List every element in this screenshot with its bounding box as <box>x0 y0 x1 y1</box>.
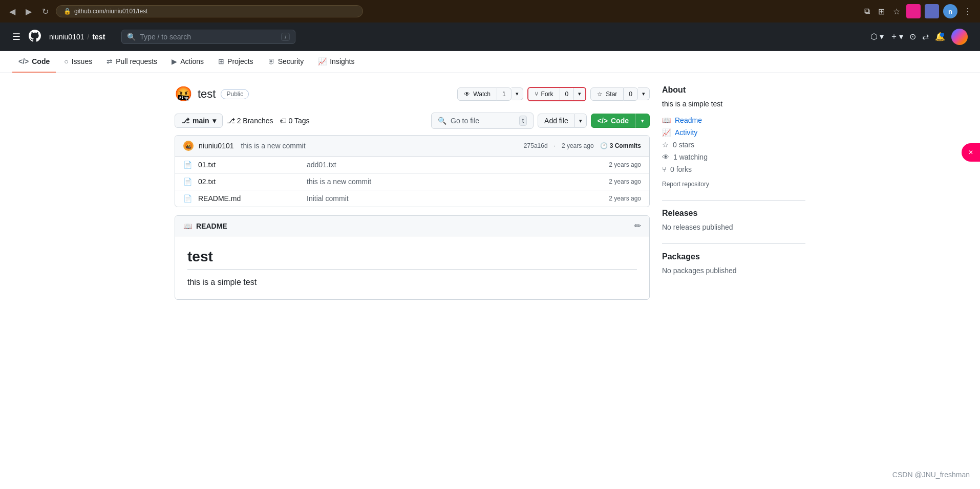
forward-button[interactable]: ▶ <box>23 5 35 18</box>
file-name-link[interactable]: README.md <box>198 194 241 203</box>
refresh-button[interactable]: ↻ <box>39 5 52 18</box>
watch-dropdown-button[interactable]: ▾ <box>512 87 523 100</box>
branch-chevron-icon: ▾ <box>212 117 216 125</box>
add-file-dropdown-button[interactable]: ▾ <box>575 114 587 128</box>
browser-menu-icon[interactable]: ⋮ <box>962 5 974 18</box>
extension-icon-2[interactable] <box>925 4 939 18</box>
file-commit-msg: Initial commit <box>307 194 603 203</box>
breadcrumb-user[interactable]: niuniu0101 <box>49 33 84 41</box>
global-search[interactable]: 🔍 Type / to search / <box>121 30 295 44</box>
github-header: ☰ niuniu0101 / test 🔍 Type / to search /… <box>0 23 980 51</box>
back-button[interactable]: ◀ <box>6 5 18 18</box>
breadcrumb: niuniu0101 / test <box>49 33 105 41</box>
readme-title-text: README <box>196 222 227 230</box>
file-table: 🤬 niuniu0101 this is a new commit 275a16… <box>175 135 650 207</box>
issues-button[interactable]: ⊙ <box>909 32 916 41</box>
branches-link[interactable]: 2 Branches <box>237 117 273 125</box>
pull-request-icon: ⇄ <box>106 57 113 65</box>
code-dropdown-button[interactable]: ▾ <box>635 114 650 128</box>
address-bar[interactable]: 🔒 github.com/niuniu0101/test <box>56 5 363 17</box>
file-name: README.md <box>198 194 301 203</box>
nav-item-pull-requests[interactable]: ⇄ Pull requests <box>100 51 163 73</box>
code-brackets-icon: </> <box>598 117 608 125</box>
watch-button[interactable]: 👁 Watch <box>457 87 497 101</box>
packages-title: Packages <box>662 252 805 261</box>
file-time: 2 years ago <box>609 161 641 168</box>
tags-link[interactable]: 0 Tags <box>289 117 310 125</box>
eye-icon: 👁 <box>464 91 470 98</box>
nav-item-projects[interactable]: ⊞ Projects <box>212 51 260 73</box>
extension-icon-1[interactable] <box>906 4 921 18</box>
watch-count[interactable]: 1 <box>497 87 512 101</box>
browser-chrome: ◀ ▶ ↻ 🔒 github.com/niuniu0101/test ⧉ ⊞ ☆… <box>0 0 980 23</box>
cast-icon[interactable]: ⧉ <box>862 5 872 18</box>
sidebar-forks-count: 0 forks <box>670 165 692 173</box>
go-to-file-label: Go to file <box>451 117 479 125</box>
hamburger-menu-button[interactable]: ☰ <box>12 31 20 42</box>
readme-paragraph: this is a simple test <box>187 278 637 287</box>
git-branch-icon: ⎇ <box>227 117 235 125</box>
sidebar-fork-icon: ⑂ <box>662 165 666 173</box>
commit-time-info: 275a16d · 2 years ago 🕐 3 Commits <box>524 142 641 149</box>
pull-requests-button[interactable]: ⇄ <box>922 32 929 41</box>
star-icon: ☆ <box>597 91 603 98</box>
fork-btn-group: ⑂ Fork 0 ▾ <box>527 87 587 101</box>
translate-icon[interactable]: ⊞ <box>876 5 887 18</box>
table-row: 📄 02.txt this is a new commit 2 years ag… <box>175 173 649 190</box>
star-button[interactable]: ☆ Star <box>590 87 624 101</box>
watch-label: Watch <box>473 91 491 98</box>
branch-meta: ⎇ 2 Branches 🏷 0 Tags <box>227 117 310 125</box>
commits-link[interactable]: 🕐 3 Commits <box>600 142 641 149</box>
file-name-link[interactable]: 01.txt <box>198 161 216 169</box>
search-placeholder-text: Type / to search <box>140 33 191 41</box>
file-icon: 📄 <box>183 194 192 203</box>
about-description: this is a simple test <box>662 100 805 108</box>
branch-select-button[interactable]: ⎇ main ▾ <box>175 114 223 128</box>
nav-item-code[interactable]: </> Code <box>12 51 56 73</box>
go-to-file-button[interactable]: 🔍 Go to file t <box>431 113 534 129</box>
nav-label-security: Security <box>278 57 304 65</box>
nav-item-security[interactable]: ⛨ Security <box>262 51 310 73</box>
sidebar-divider-1 <box>662 200 805 201</box>
browser-profile-icon[interactable]: n <box>943 4 957 18</box>
fork-button[interactable]: ⑂ Fork <box>528 88 560 100</box>
nav-item-insights[interactable]: 📈 Insights <box>312 51 360 73</box>
sidebar-readme-link[interactable]: Readme <box>675 116 702 124</box>
releases-section: Releases No releases published <box>662 209 805 231</box>
fork-dropdown-button[interactable]: ▾ <box>573 88 585 100</box>
sidebar-activity-link[interactable]: Activity <box>675 128 697 137</box>
nav-label-projects: Projects <box>227 57 253 65</box>
readme-header: 📖 README ✏ <box>175 216 649 236</box>
branch-bar: ⎇ main ▾ ⎇ 2 Branches 🏷 0 Tags 🔍 Go to f… <box>175 113 650 129</box>
packages-empty-text: No packages published <box>662 266 805 275</box>
create-new-button[interactable]: ＋ ▾ <box>890 31 903 42</box>
sidebar-stars-count: 0 stars <box>673 141 694 149</box>
commit-avatar: 🤬 <box>183 141 194 151</box>
breadcrumb-repo[interactable]: test <box>92 33 105 41</box>
star-dropdown-button[interactable]: ▾ <box>638 87 650 100</box>
report-repository-link[interactable]: Report repository <box>662 181 709 188</box>
branch-name: main <box>193 117 209 125</box>
bookmark-icon[interactable]: ☆ <box>891 5 902 18</box>
star-count[interactable]: 0 <box>624 87 638 101</box>
star-label: Star <box>606 91 617 98</box>
floating-action-button[interactable]: ✕ <box>962 143 980 162</box>
sidebar-meta-activity: 📈 Activity <box>662 126 805 139</box>
commit-username[interactable]: niuniu0101 <box>199 142 234 150</box>
copilot-button[interactable]: ⬡ ▾ <box>870 32 884 41</box>
file-name-link[interactable]: 02.txt <box>198 177 216 186</box>
nav-item-issues[interactable]: ○ Issues <box>58 51 98 73</box>
sidebar-report-wrapper: Report repository <box>662 180 805 188</box>
fork-count[interactable]: 0 <box>560 88 574 100</box>
commit-message-text[interactable]: this is a new commit <box>241 142 306 150</box>
readme-edit-button[interactable]: ✏ <box>634 221 641 231</box>
chevron-down-icon-2: ▾ <box>899 32 903 41</box>
sidebar-meta-readme: 📖 Readme <box>662 114 805 126</box>
nav-label-code: Code <box>32 57 50 65</box>
nav-item-actions[interactable]: ▶ Actions <box>165 51 210 73</box>
github-logo[interactable] <box>29 30 41 44</box>
add-file-button[interactable]: Add file <box>538 114 575 128</box>
browser-right-icons: ⧉ ⊞ ☆ n ⋮ <box>862 4 974 18</box>
code-button[interactable]: </> Code <box>591 114 635 128</box>
user-avatar[interactable] <box>951 29 968 45</box>
